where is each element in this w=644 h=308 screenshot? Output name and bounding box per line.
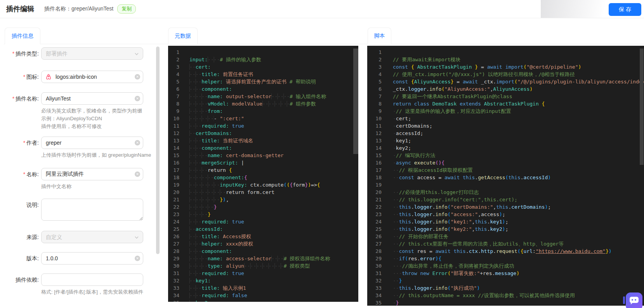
code-line: 2// 要用await来import模块 (367, 56, 644, 63)
clear-icon[interactable]: ✕ (135, 140, 140, 145)
code-line: 23··this.logger.info("access:",access); (367, 211, 644, 218)
chat-widget-button[interactable] (626, 292, 642, 308)
tab-plugin-info[interactable]: 插件信息 (5, 28, 40, 44)
code-line: 2input:····# 插件的输入参数 (168, 56, 358, 63)
required-star (23, 140, 26, 146)
tab-metadata[interactable]: 元数据 (168, 28, 198, 44)
author-input[interactable] (41, 137, 143, 149)
code-line: 32··key1: (168, 277, 358, 284)
source-label: 来源: (26, 234, 39, 240)
code-line: 33····title: 输入示例1 (168, 284, 358, 292)
code-line: 11·certDomains; (367, 122, 644, 130)
code-line: 28····component: (168, 247, 358, 255)
code-line: 13····title: 当前证书域名 (168, 137, 358, 144)
code-line: 10·cert; (367, 115, 644, 122)
code-line: 18········component:{ (168, 174, 358, 181)
code-line: 16·async execute(){ (367, 159, 644, 166)
script-editor-scrollbar[interactable] (640, 48, 644, 165)
author-help: 上传插件市场时作为前缀，如 greper/pluginName (41, 151, 143, 159)
code-line: 19 (367, 181, 644, 189)
code-line: 12··certDomains: (168, 130, 358, 137)
tab-script[interactable]: 脚本 (368, 28, 391, 44)
code-line: 26··// 开始你的部署任务 (367, 233, 644, 240)
code-line: 5····helper: 请选择前置任务产生的证书 # 帮助说明 (168, 78, 358, 85)
plugin-type-label: 插件类型: (16, 50, 39, 57)
code-line: 35··key2: (168, 299, 358, 302)
code-line: 8return class DemoTask extends AbstractT… (367, 100, 644, 107)
code-line: 21··// this.logger.info("cert:",this.cer… (367, 196, 644, 203)
required-star (12, 95, 16, 102)
plugin-info-form: 插件类型: 部署插件 图标: ✕ 插件名称: ✕ 必须为英文或数字，驼峰命名，类… (4, 44, 159, 308)
required-star (12, 50, 16, 57)
code-line: 25··accessId: (168, 225, 358, 233)
code-line: 1 (367, 48, 644, 56)
clear-icon[interactable]: ✕ (135, 96, 140, 101)
clear-icon[interactable]: ✕ (135, 171, 140, 177)
code-line: 20··//必须使用this.logger打印日志 (367, 189, 644, 196)
copy-button[interactable]: 复制 (117, 4, 136, 14)
dependencies-help: 格式: [作者/]插件名[:版本]，需先安装依赖插件 (41, 288, 143, 296)
code-line: 33··this.logger.info("执行成功") (367, 284, 644, 292)
code-line: 27····helper: xxxx的授权 (168, 240, 358, 247)
code-line: 15·// 编写执行方法 (367, 152, 644, 159)
code-line: 15······name: cert-domains-getter (168, 152, 358, 159)
tab-metadata-label: 元数据 (175, 33, 191, 40)
code-line: 8······vModel: modelValue·········# 组件参数 (168, 100, 358, 107)
plugin-name-input[interactable] (41, 92, 143, 105)
code-line: 1 (168, 48, 358, 56)
metadata-editor-scrollbar[interactable] (353, 48, 358, 154)
chat-widget-handle[interactable] (623, 296, 625, 304)
code-line: 26····title: Access授权 (168, 233, 358, 240)
code-line: 22··this.logger.info("certDomains:",this… (367, 203, 644, 211)
icon-label: 图标: (26, 74, 39, 80)
code-line: 14····component: (168, 144, 358, 152)
code-line: 4····title: 前置任务证书 (168, 71, 358, 78)
code-line: 9······from: (168, 107, 358, 115)
code-line: 7······name: output-selector······# 输入组件… (168, 93, 358, 100)
clear-icon[interactable]: ✕ (135, 74, 140, 80)
author-label: 作者: (26, 140, 39, 146)
dependencies-input[interactable] (41, 273, 143, 286)
code-line: 34··// this.outputName = xxxx //设置输出参数，可… (367, 292, 644, 299)
clear-icon[interactable]: ✕ (135, 256, 140, 261)
code-line: 30···//抛出异常，终止任务，否则将被判定为执行成功 (367, 262, 644, 270)
form-scrollbar[interactable] (156, 47, 160, 254)
source-select: 自定义 (41, 231, 143, 243)
description-label: 说明: (26, 202, 39, 208)
code-line: 22········} (168, 203, 358, 211)
title-input[interactable] (41, 168, 143, 180)
code-line: 18··const access = await this.getAccess(… (367, 174, 644, 181)
code-line: 31···throw new Error("部署失败:"+res.message… (367, 270, 644, 277)
version-input[interactable] (41, 252, 143, 265)
code-line: 14·key2; (367, 144, 644, 152)
required-star (23, 171, 26, 177)
code-line: 19··········inputKey: ctx.compute(({form… (168, 181, 358, 189)
metadata-code-editor[interactable]: 12input:····# 插件的输入参数3··cert:4····title:… (168, 46, 358, 302)
page-title: 插件编辑 (6, 4, 34, 14)
version-label: 版本: (26, 255, 39, 261)
chat-bubble-icon (630, 297, 639, 303)
plugin-type-select: 部署插件 (41, 47, 143, 60)
dependencies-label: 插件依赖: (16, 277, 39, 283)
code-line: 17······return { (168, 166, 358, 174)
icon-input[interactable] (41, 71, 143, 83)
code-line: 27··// this.ctx里面有一些常用的方法类，比如utils、http、… (367, 240, 644, 247)
code-line: 10········- ":cert:" (168, 115, 358, 122)
code-line: 6····component: (168, 85, 358, 93)
code-line: 4// 使用_ctx.import("/@/xxx.js") 以绝对路径引用模块… (367, 71, 644, 78)
code-line: 17··// 根据accessId获取授权配置 (367, 166, 644, 174)
code-line: 21··········}), (168, 196, 358, 203)
code-line: 24····required: true (168, 218, 358, 225)
code-line: 29··if(res.error){ (367, 255, 644, 262)
required-star (23, 74, 26, 80)
plugin-name-label: 插件名称: (16, 95, 39, 102)
chevron-down-icon (134, 52, 139, 56)
description-textarea[interactable] (41, 199, 143, 221)
code-line: 24··this.logger.info("key1:",this.key1); (367, 218, 644, 225)
code-line: 25··this.logger.info("key2:",this.key2); (367, 225, 644, 233)
save-button[interactable]: 保 存 (609, 3, 641, 16)
plugin-type-value: 部署插件 (46, 50, 68, 57)
script-code-editor[interactable]: 12// 要用await来import模块3const { AbstractTa… (367, 46, 644, 306)
code-line: 35·} (367, 299, 644, 306)
chevron-down-icon (134, 235, 139, 240)
